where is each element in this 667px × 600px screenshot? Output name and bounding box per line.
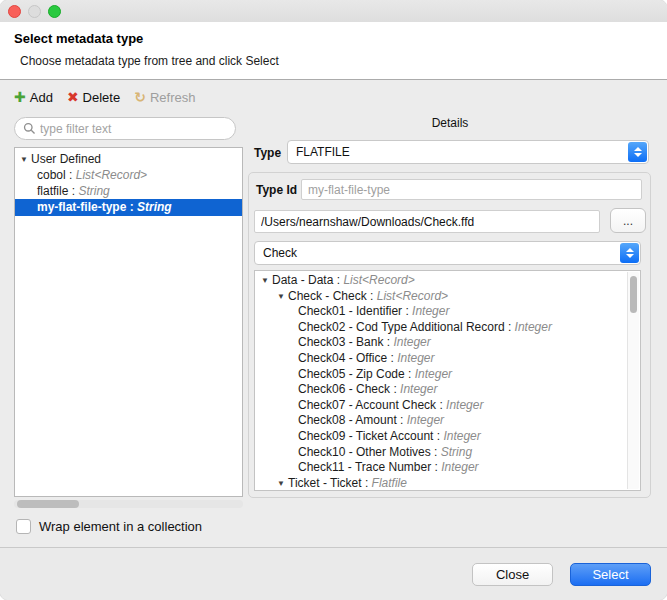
chevron-up-icon xyxy=(626,248,634,252)
flatfile-details-groupbox: Type Id ... Check ▼Data - Data : List<Re… xyxy=(248,172,651,498)
field-tree-item[interactable]: Check04 - Office : Integer xyxy=(255,351,640,367)
add-icon: ✚ xyxy=(14,90,26,104)
disclosure-triangle-icon[interactable]: ▼ xyxy=(20,152,31,168)
chevron-down-icon xyxy=(634,153,642,157)
toolbar: ✚ Add ✖ Delete ↻ Refresh xyxy=(14,85,195,109)
vertical-scrollbar-thumb[interactable] xyxy=(630,276,637,313)
close-button[interactable]: Close xyxy=(472,563,553,586)
page-title: Select metadata type xyxy=(14,31,143,46)
field-tree-item[interactable]: Check11 - Trace Number : Integer xyxy=(255,460,640,476)
horizontal-scrollbar[interactable] xyxy=(14,500,243,508)
disclosure-triangle-icon[interactable]: ▼ xyxy=(277,476,288,491)
type-id-field[interactable] xyxy=(301,179,642,200)
window-zoom-button[interactable] xyxy=(48,5,61,18)
tree-item-cobol[interactable]: cobol : List<Record> xyxy=(15,167,242,183)
wrap-collection-label: Wrap element in a collection xyxy=(39,519,202,534)
header-divider xyxy=(0,79,667,80)
disclosure-triangle-icon[interactable]: ▼ xyxy=(261,273,272,289)
refresh-button[interactable]: ↻ Refresh xyxy=(134,90,195,105)
field-tree-item[interactable]: Check01 - Identifier : Integer xyxy=(255,304,640,320)
disclosure-triangle-icon[interactable]: ▼ xyxy=(277,289,288,305)
tree-item-my-flat-file-type-selected[interactable]: my-flat-file-type : String xyxy=(15,199,242,216)
record-dropdown-value: Check xyxy=(263,246,297,260)
chevron-up-down-icon[interactable] xyxy=(628,142,647,162)
footer: Close Select xyxy=(0,548,667,600)
record-dropdown[interactable]: Check xyxy=(254,241,641,265)
field-tree-item[interactable]: ▼Ticket - Ticket : Flatfile xyxy=(255,476,640,491)
add-button-label: Add xyxy=(30,90,53,105)
file-path-field[interactable] xyxy=(254,210,600,233)
wrap-collection-row: Wrap element in a collection xyxy=(16,519,202,534)
type-dropdown-value: FLATFILE xyxy=(296,145,350,159)
chevron-down-icon xyxy=(626,254,634,258)
search-icon xyxy=(23,122,36,135)
field-tree-item[interactable]: ▼Check - Check : List<Record> xyxy=(255,289,640,305)
delete-button-label: Delete xyxy=(83,90,121,105)
horizontal-scrollbar-thumb[interactable] xyxy=(17,500,79,508)
type-dropdown[interactable]: FLATFILE xyxy=(287,140,649,164)
add-button[interactable]: ✚ Add xyxy=(14,90,53,105)
details-section-label: Details xyxy=(240,116,660,130)
field-tree-item[interactable]: Check10 - Other Motives : String xyxy=(255,445,640,461)
vertical-scrollbar[interactable] xyxy=(627,272,639,489)
record-structure-tree[interactable]: ▼Data - Data : List<Record> ▼Check - Che… xyxy=(254,270,641,491)
field-tree-item[interactable]: Check09 - Ticket Account : Integer xyxy=(255,429,640,445)
browse-button[interactable]: ... xyxy=(610,208,646,233)
select-metadata-type-dialog: Select metadata type Choose metadata typ… xyxy=(0,0,667,600)
metadata-tree[interactable]: ▼User Defined cobol : List<Record> flatf… xyxy=(14,147,243,497)
field-tree-item[interactable]: Check08 - Amount : Integer xyxy=(255,413,640,429)
chevron-up-icon xyxy=(634,147,642,151)
titlebar xyxy=(0,0,667,22)
field-tree-item[interactable]: Check06 - Check : Integer xyxy=(255,382,640,398)
filter-search-field[interactable] xyxy=(14,117,236,140)
wrap-collection-checkbox[interactable] xyxy=(16,519,31,534)
field-tree-item[interactable]: Check05 - Zip Code : Integer xyxy=(255,367,640,383)
select-button[interactable]: Select xyxy=(570,563,651,586)
field-tree-item[interactable]: Check07 - Account Check : Integer xyxy=(255,398,640,414)
tree-item-flatfile[interactable]: flatfile : String xyxy=(15,183,242,199)
refresh-button-label: Refresh xyxy=(150,90,196,105)
dialog-header: Select metadata type Choose metadata typ… xyxy=(0,22,667,79)
delete-button[interactable]: ✖ Delete xyxy=(67,90,120,105)
window-minimize-button[interactable] xyxy=(28,5,41,18)
type-label: Type xyxy=(254,146,281,160)
filter-input[interactable] xyxy=(40,122,227,136)
field-tree-item[interactable]: Check02 - Cod Type Additional Record : I… xyxy=(255,320,640,336)
chevron-up-down-icon[interactable] xyxy=(620,243,639,263)
window-close-button[interactable] xyxy=(8,5,21,18)
delete-icon: ✖ xyxy=(67,90,79,104)
tree-item-user-defined[interactable]: ▼User Defined xyxy=(15,151,242,167)
field-tree-item[interactable]: Check03 - Bank : Integer xyxy=(255,335,640,351)
page-subtitle: Choose metadata type from tree and click… xyxy=(20,54,279,68)
field-tree-item[interactable]: ▼Data - Data : List<Record> xyxy=(255,273,640,289)
type-id-label: Type Id xyxy=(256,183,297,197)
refresh-icon: ↻ xyxy=(134,90,146,104)
